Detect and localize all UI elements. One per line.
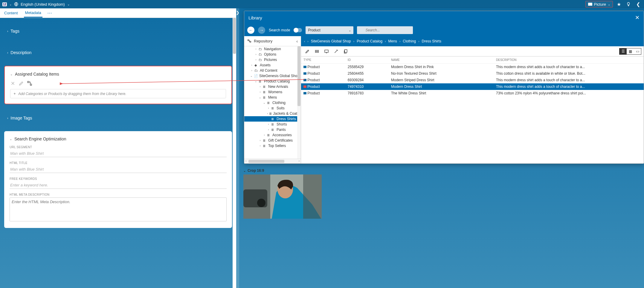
tree-item[interactable]: ›≣Top Sellers [244, 143, 301, 148]
assigned-catalog-header[interactable]: ⌄ Assigned Catalog Items [10, 72, 226, 76]
tree-item[interactable]: ⌄≣Mens [244, 95, 301, 100]
tree-vertical-scrollbar[interactable] [297, 46, 301, 159]
tree-item-label: Pants [277, 128, 286, 132]
row-name: Modern Dress Shirt in Pink [389, 64, 494, 71]
tree-item[interactable]: ›🗀All Content [244, 68, 301, 73]
table-row[interactable]: Product74974310Modern Dress ShirtThis mo… [301, 83, 644, 90]
breadcrumb-item[interactable]: Dress Shirts [422, 39, 441, 43]
tree-item[interactable]: ›≣Shorts [244, 122, 301, 127]
left-scrollbar[interactable] [233, 18, 236, 288]
crop-header[interactable]: ⌄ Crop 16:9 [243, 167, 640, 174]
pane-divider[interactable]: ❯ [236, 8, 239, 288]
copy-action-icon[interactable] [342, 48, 350, 55]
repository-header[interactable]: Repository ‹ [244, 36, 301, 46]
bulb-icon[interactable] [625, 1, 632, 8]
tree-item[interactable]: ›≣Womens [244, 89, 301, 95]
section-image-tags[interactable]: › Image Tags [4, 111, 232, 125]
tree-item[interactable]: ⌄📄SiteGenesis Global Shop [244, 73, 301, 79]
tree-caret-icon: ⌄ [254, 80, 257, 83]
tree-item[interactable]: ›≣New Arrivals [244, 84, 301, 89]
section-description[interactable]: › Description [4, 45, 232, 60]
col-id[interactable]: ID [345, 56, 389, 64]
html-title-input[interactable] [10, 166, 227, 173]
tree-item-label: Gift Certificates [268, 138, 293, 143]
collapse-left-icon[interactable]: ❮ [634, 1, 642, 8]
breadcrumb-item[interactable]: Product Catalog [357, 39, 382, 43]
tree-item[interactable]: ›🗀Pictures [244, 57, 301, 62]
lang-chevron-icon[interactable]: ⌄ [67, 3, 70, 6]
chevron-left-icon[interactable]: ‹ [304, 40, 305, 43]
delete-icon[interactable] [10, 81, 16, 86]
breadcrumb-item[interactable]: Mens [388, 39, 397, 43]
list-view-icon[interactable]: ☰ [619, 48, 627, 54]
svg-point-10 [257, 199, 265, 207]
table-row[interactable]: Product25585429Modern Dress Shirt in Pin… [301, 64, 644, 71]
tab-content[interactable]: Content [3, 9, 19, 17]
crop-preview-image[interactable] [243, 174, 322, 219]
wand-action-icon[interactable] [332, 48, 340, 55]
tree-icon[interactable] [27, 81, 32, 86]
close-icon[interactable]: ✕ [635, 14, 640, 21]
tree-item[interactable]: ≣Dress Shirts [244, 116, 301, 122]
tab-more-icon[interactable]: ⋯ [47, 10, 52, 16]
tree-item[interactable]: ›≣Gift Certificates [244, 138, 301, 143]
tree-caret-icon: › [267, 107, 270, 110]
table-row[interactable]: Product69309284Modern Striped Dress Shir… [301, 77, 644, 83]
left-pane: Content Metadata ⋯ › Tags › Description … [0, 8, 236, 288]
table-row[interactable]: Product25604455No-Iron Textured Dress Sh… [301, 70, 644, 77]
star-icon[interactable]: ★ [615, 1, 622, 8]
picture-type-button[interactable]: Picture ⌄ [585, 1, 613, 7]
monitor-action-icon[interactable] [323, 48, 330, 55]
svg-rect-1 [28, 81, 29, 83]
logo-chevron-icon[interactable]: ⌄ [9, 3, 12, 6]
row-description: This modern dress shirt adds a touch of … [494, 64, 644, 71]
tree-caret-icon: ⌄ [259, 96, 262, 99]
language-selector[interactable]: English (United Kingdom) [21, 2, 65, 7]
edit-icon[interactable] [19, 81, 24, 86]
forward-button[interactable]: → [258, 27, 265, 34]
col-type[interactable]: TYPE [301, 56, 345, 64]
tree-item[interactable]: ⌄≣Product Catalog [244, 79, 301, 84]
col-description[interactable]: DESCRIPTION [494, 56, 644, 64]
row-type: Product [306, 65, 320, 69]
keywords-input[interactable] [10, 182, 227, 189]
tree-item-label: Accessories [272, 133, 292, 137]
edit-action-icon[interactable] [303, 48, 311, 55]
keywords-label: FREE KEYWORDS [10, 177, 227, 180]
breadcrumb-item[interactable]: Clothing [403, 39, 416, 43]
list-icon: ≣ [263, 96, 267, 99]
tree-item[interactable]: ›◆Assets [244, 62, 301, 68]
library-search-input[interactable] [357, 26, 413, 34]
section-tags[interactable]: › Tags [4, 24, 232, 38]
grid-view-icon[interactable]: ▦ [627, 48, 634, 54]
logo-badge: 12 [2, 2, 7, 6]
tree-item[interactable]: ›≣Jackets & Coats [244, 111, 301, 116]
tree-item[interactable]: ›≣Suits [244, 105, 301, 111]
chevron-right-icon: › [399, 40, 400, 43]
tree-item[interactable]: ⌄≣Clothing [244, 100, 301, 105]
collapse-tree-icon[interactable]: ‹ [296, 39, 298, 44]
tree-item[interactable]: ›🗀Options [244, 52, 301, 57]
seo-header[interactable]: ⌄ Search Engine Optimization [10, 137, 227, 141]
table-row[interactable]: Product78916783The White Dress Shirt73% … [301, 90, 644, 96]
row-name: Modern Dress Shirt [389, 83, 494, 90]
tab-metadata[interactable]: Metadata [24, 9, 42, 18]
tree-item[interactable]: ›≣Accessories [244, 132, 301, 138]
col-name[interactable]: NAME [389, 56, 494, 64]
breadcrumb-item[interactable]: SiteGenesis Global Shop [311, 39, 351, 43]
tree-horizontal-scrollbar[interactable]: ‹ › [244, 159, 301, 163]
url-segment-input[interactable] [10, 150, 227, 157]
tree-item[interactable]: ›🗀Navigation [244, 46, 301, 52]
meta-textarea[interactable] [10, 197, 227, 221]
barcode-action-icon[interactable] [313, 48, 321, 55]
back-button[interactable]: ← [247, 27, 254, 34]
folder-icon: 🗀 [259, 58, 263, 62]
search-mode-toggle[interactable] [294, 28, 302, 32]
row-description: This modern dress shirt adds a touch of … [494, 83, 644, 90]
row-name: Modern Striped Dress Shirt [389, 77, 494, 83]
tree-caret-icon: › [267, 128, 270, 131]
detail-view-icon[interactable]: ▭ [634, 48, 641, 54]
tree-item[interactable]: ›≣Pants [244, 127, 301, 132]
type-select[interactable]: Product ⌄ [306, 26, 353, 34]
drag-hint-area[interactable]: ＋ Add Categories or Products by dragging… [10, 89, 226, 98]
